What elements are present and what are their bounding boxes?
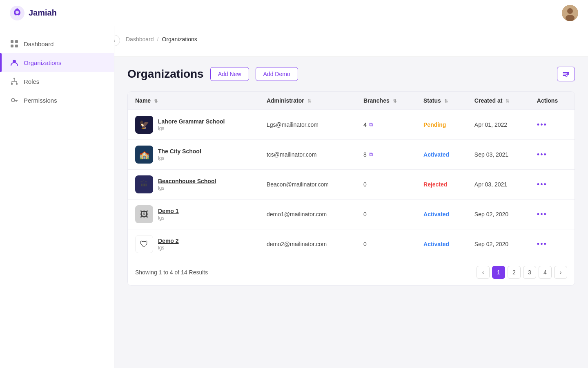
user-avatar[interactable] <box>562 5 578 21</box>
cell-branches-2: 8 ⧉ <box>356 140 416 170</box>
add-new-button[interactable]: Add New <box>210 67 249 81</box>
pagination-page-3[interactable]: 3 <box>523 266 536 279</box>
svg-rect-11 <box>11 83 13 85</box>
svg-rect-6 <box>15 40 18 43</box>
cell-actions-1: ••• <box>530 110 575 140</box>
grid-icon <box>10 39 19 48</box>
created-at-4: Sep 02, 2020 <box>474 211 508 218</box>
status-badge-1: Pending <box>423 121 446 128</box>
org-tag-3: lgs <box>158 185 216 191</box>
pagination-showing: Showing 1 to 4 of 14 Results <box>135 269 208 276</box>
sidebar-organizations-label: Organizations <box>24 59 62 66</box>
pagination-page-1[interactable]: 1 <box>492 266 505 279</box>
cell-created-1: Apr 01, 2022 <box>467 110 530 140</box>
cell-actions-3: ••• <box>530 170 575 200</box>
org-logo-3: 🏛 <box>135 175 153 193</box>
cell-name-4: 🖼 Demo 1 lgs <box>128 200 259 229</box>
svg-point-4 <box>566 15 575 21</box>
cell-status-5: Activated <box>416 229 467 259</box>
col-created-at: Created at ⇅ <box>467 92 530 110</box>
cell-actions-5: ••• <box>530 229 575 259</box>
cell-actions-2: ••• <box>530 140 575 170</box>
created-at-3: Apr 03, 2021 <box>474 181 507 188</box>
actions-menu-1[interactable]: ••• <box>537 121 547 129</box>
sidebar-item-organizations[interactable]: Organizations <box>0 53 114 72</box>
logo-area: Jamiah <box>10 6 57 20</box>
content-area: Organizations Add New Add Demo <box>114 57 588 368</box>
admin-email-5: demo2@mailinator.com <box>267 241 327 247</box>
avatar-image <box>562 5 578 21</box>
svg-rect-5 <box>11 40 13 43</box>
admin-email-3: Beacon@mailinator.com <box>267 181 329 188</box>
page-header: Organizations Add New Add Demo <box>127 67 575 81</box>
svg-point-17 <box>11 99 15 102</box>
pagination-page-4[interactable]: 4 <box>539 266 552 279</box>
actions-menu-4[interactable]: ••• <box>537 210 547 218</box>
hierarchy-icon <box>10 77 19 86</box>
branch-count-3: 0 <box>363 181 367 188</box>
cell-created-4: Sep 02, 2020 <box>467 200 530 229</box>
col-status: Status ⇅ <box>416 92 467 110</box>
actions-menu-3[interactable]: ••• <box>537 180 547 188</box>
svg-rect-8 <box>15 45 18 47</box>
sidebar-item-roles[interactable]: Roles <box>0 72 114 91</box>
table-row: 🏫 The City School lgs tcs@mailinator.com… <box>128 140 575 170</box>
breadcrumb: Dashboard / Organizations <box>126 33 197 48</box>
cell-admin-5: demo2@mailinator.com <box>259 229 356 259</box>
cell-branches-5: 0 <box>356 229 416 259</box>
sort-icon-branches[interactable]: ⇅ <box>393 99 396 104</box>
actions-menu-2[interactable]: ••• <box>537 150 547 159</box>
svg-rect-12 <box>16 83 18 85</box>
key-icon <box>10 96 19 105</box>
breadcrumb-current: Organizations <box>162 36 197 43</box>
cell-name-2: 🏫 The City School lgs <box>128 140 259 170</box>
breadcrumb-dashboard[interactable]: Dashboard <box>126 36 154 43</box>
branch-count-5: 0 <box>363 241 367 247</box>
table-row: 🛡 Demo 2 lgs demo2@mailinator.com 0 <box>128 229 575 259</box>
admin-email-1: Lgs@mailinator.com <box>267 121 318 128</box>
col-actions: Actions <box>530 92 575 110</box>
cell-name-3: 🏛 Beaconhouse School lgs <box>128 170 259 200</box>
sidebar-item-permissions[interactable]: Permissions <box>0 91 114 110</box>
org-name-2[interactable]: The City School <box>158 148 201 155</box>
created-at-1: Apr 01, 2022 <box>474 121 507 128</box>
svg-point-25 <box>566 75 567 76</box>
jamiah-logo-icon <box>10 6 24 20</box>
branch-link-2[interactable]: ⧉ <box>369 151 373 158</box>
org-name-4[interactable]: Demo 1 <box>158 208 179 214</box>
org-name-1[interactable]: Lahore Grammar School <box>158 118 225 125</box>
sort-icon-status[interactable]: ⇅ <box>444 99 448 104</box>
col-administrator: Administrator ⇅ <box>259 92 356 110</box>
sidebar-item-dashboard[interactable]: Dashboard <box>0 34 114 53</box>
cell-created-5: Sep 02, 2020 <box>467 229 530 259</box>
sort-icon-admin[interactable]: ⇅ <box>307 99 311 104</box>
status-badge-2: Activated <box>423 151 449 158</box>
status-badge-4: Activated <box>423 211 449 218</box>
pagination-next[interactable]: › <box>554 266 567 279</box>
branch-link-1[interactable]: ⧉ <box>369 121 373 128</box>
add-demo-button[interactable]: Add Demo <box>256 67 298 81</box>
person-icon <box>10 58 19 67</box>
cell-name-1: 🦅 Lahore Grammar School lgs <box>128 110 259 140</box>
sidebar-collapse-button[interactable]: ‹ <box>114 35 120 46</box>
table-row: 🦅 Lahore Grammar School lgs Lgs@mailinat… <box>128 110 575 140</box>
pagination-prev[interactable]: ‹ <box>477 266 490 279</box>
cell-status-4: Activated <box>416 200 467 229</box>
filter-button[interactable] <box>557 67 575 81</box>
top-header: Jamiah <box>0 0 588 26</box>
sort-icon-created[interactable]: ⇅ <box>506 99 509 104</box>
org-logo-4: 🖼 <box>135 205 153 223</box>
cell-admin-2: tcs@mailinator.com <box>259 140 356 170</box>
cell-branches-4: 0 <box>356 200 416 229</box>
actions-menu-5[interactable]: ••• <box>537 240 547 248</box>
org-name-5[interactable]: Demo 2 <box>158 238 179 244</box>
pagination-page-2[interactable]: 2 <box>508 266 521 279</box>
sort-icon-name[interactable]: ⇅ <box>154 99 158 104</box>
org-name-3[interactable]: Beaconhouse School <box>158 178 216 184</box>
cell-admin-4: demo1@mailinator.com <box>259 200 356 229</box>
table-row: 🏛 Beaconhouse School lgs Beacon@mailinat… <box>128 170 575 200</box>
pagination-area: Showing 1 to 4 of 14 Results ‹ 1 2 3 4 › <box>128 259 575 285</box>
logo-text: Jamiah <box>29 8 57 18</box>
created-at-5: Sep 02, 2020 <box>474 241 508 247</box>
org-tag-4: lgs <box>158 215 179 221</box>
